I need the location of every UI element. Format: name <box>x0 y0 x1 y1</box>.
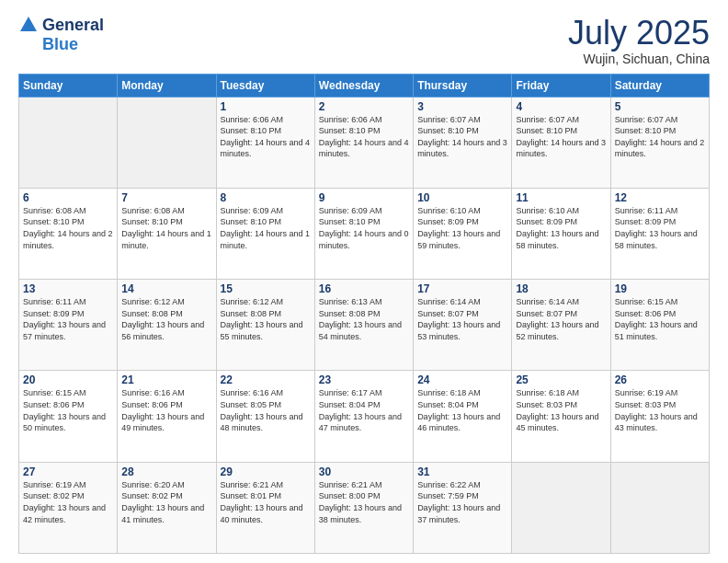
day-number: 25 <box>516 373 606 386</box>
calendar: Sunday Monday Tuesday Wednesday Thursday… <box>18 74 710 554</box>
day-info: Sunrise: 6:09 AMSunset: 8:10 PMDaylight:… <box>221 205 311 251</box>
calendar-cell: 14Sunrise: 6:12 AMSunset: 8:08 PMDayligh… <box>118 280 216 371</box>
day-info: Sunrise: 6:11 AMSunset: 8:09 PMDaylight:… <box>615 205 705 251</box>
day-number: 27 <box>23 465 113 478</box>
calendar-cell: 11Sunrise: 6:10 AMSunset: 8:09 PMDayligh… <box>512 188 610 279</box>
calendar-cell: 23Sunrise: 6:17 AMSunset: 8:04 PMDayligh… <box>314 371 413 462</box>
logo: General Blue <box>18 15 104 54</box>
day-info: Sunrise: 6:10 AMSunset: 8:09 PMDaylight:… <box>516 205 606 251</box>
month-title: July 2025 <box>568 15 710 52</box>
col-sunday: Sunday <box>19 74 118 97</box>
day-info: Sunrise: 6:16 AMSunset: 8:06 PMDaylight:… <box>121 387 211 433</box>
day-number: 8 <box>221 191 311 204</box>
day-number: 14 <box>121 282 211 295</box>
calendar-cell: 13Sunrise: 6:11 AMSunset: 8:09 PMDayligh… <box>19 280 118 371</box>
calendar-cell: 30Sunrise: 6:21 AMSunset: 8:00 PMDayligh… <box>314 462 413 553</box>
day-info: Sunrise: 6:08 AMSunset: 8:10 PMDaylight:… <box>121 205 211 251</box>
day-number: 28 <box>121 465 211 478</box>
calendar-week-2: 13Sunrise: 6:11 AMSunset: 8:09 PMDayligh… <box>19 280 710 371</box>
calendar-header-row: Sunday Monday Tuesday Wednesday Thursday… <box>19 74 710 97</box>
calendar-week-4: 27Sunrise: 6:19 AMSunset: 8:02 PMDayligh… <box>19 462 710 553</box>
page: General Blue July 2025 Wujin, Sichuan, C… <box>0 0 728 563</box>
calendar-cell <box>118 97 216 188</box>
day-number: 30 <box>319 465 409 478</box>
day-info: Sunrise: 6:17 AMSunset: 8:04 PMDaylight:… <box>319 387 409 433</box>
col-tuesday: Tuesday <box>216 74 314 97</box>
day-info: Sunrise: 6:16 AMSunset: 8:05 PMDaylight:… <box>221 387 311 433</box>
day-info: Sunrise: 6:11 AMSunset: 8:09 PMDaylight:… <box>23 296 113 342</box>
day-number: 18 <box>516 282 606 295</box>
calendar-cell <box>19 97 118 188</box>
calendar-cell: 31Sunrise: 6:22 AMSunset: 7:59 PMDayligh… <box>414 462 512 553</box>
calendar-cell: 5Sunrise: 6:07 AMSunset: 8:10 PMDaylight… <box>610 97 709 188</box>
day-info: Sunrise: 6:07 AMSunset: 8:10 PMDaylight:… <box>516 114 606 160</box>
day-number: 20 <box>23 373 113 386</box>
day-info: Sunrise: 6:15 AMSunset: 8:06 PMDaylight:… <box>23 387 113 433</box>
calendar-cell: 22Sunrise: 6:16 AMSunset: 8:05 PMDayligh… <box>216 371 314 462</box>
calendar-cell <box>512 462 610 553</box>
calendar-cell: 7Sunrise: 6:08 AMSunset: 8:10 PMDaylight… <box>118 188 216 279</box>
day-info: Sunrise: 6:13 AMSunset: 8:08 PMDaylight:… <box>319 296 409 342</box>
calendar-cell: 10Sunrise: 6:10 AMSunset: 8:09 PMDayligh… <box>414 188 512 279</box>
day-number: 3 <box>417 100 507 113</box>
day-number: 23 <box>319 373 409 386</box>
day-info: Sunrise: 6:21 AMSunset: 8:01 PMDaylight:… <box>221 479 311 525</box>
calendar-cell: 28Sunrise: 6:20 AMSunset: 8:02 PMDayligh… <box>118 462 216 553</box>
day-number: 31 <box>417 465 507 478</box>
calendar-cell: 19Sunrise: 6:15 AMSunset: 8:06 PMDayligh… <box>610 280 709 371</box>
day-number: 6 <box>23 191 113 204</box>
day-info: Sunrise: 6:19 AMSunset: 8:02 PMDaylight:… <box>23 479 113 525</box>
day-info: Sunrise: 6:12 AMSunset: 8:08 PMDaylight:… <box>121 296 211 342</box>
calendar-cell: 26Sunrise: 6:19 AMSunset: 8:03 PMDayligh… <box>610 371 709 462</box>
day-info: Sunrise: 6:22 AMSunset: 7:59 PMDaylight:… <box>417 479 507 525</box>
day-info: Sunrise: 6:14 AMSunset: 8:07 PMDaylight:… <box>417 296 507 342</box>
logo-general: General <box>42 16 104 35</box>
calendar-cell: 20Sunrise: 6:15 AMSunset: 8:06 PMDayligh… <box>19 371 118 462</box>
col-monday: Monday <box>118 74 216 97</box>
calendar-cell: 4Sunrise: 6:07 AMSunset: 8:10 PMDaylight… <box>512 97 610 188</box>
day-number: 29 <box>221 465 311 478</box>
day-number: 21 <box>121 373 211 386</box>
day-info: Sunrise: 6:18 AMSunset: 8:04 PMDaylight:… <box>417 387 507 433</box>
calendar-cell: 25Sunrise: 6:18 AMSunset: 8:03 PMDayligh… <box>512 371 610 462</box>
calendar-cell: 9Sunrise: 6:09 AMSunset: 8:10 PMDaylight… <box>314 188 413 279</box>
calendar-cell <box>610 462 709 553</box>
calendar-cell: 16Sunrise: 6:13 AMSunset: 8:08 PMDayligh… <box>314 280 413 371</box>
calendar-cell: 2Sunrise: 6:06 AMSunset: 8:10 PMDaylight… <box>314 97 413 188</box>
calendar-cell: 1Sunrise: 6:06 AMSunset: 8:10 PMDaylight… <box>216 97 314 188</box>
day-number: 5 <box>615 100 705 113</box>
day-number: 24 <box>417 373 507 386</box>
header: General Blue July 2025 Wujin, Sichuan, C… <box>18 15 710 66</box>
calendar-cell: 6Sunrise: 6:08 AMSunset: 8:10 PMDaylight… <box>19 188 118 279</box>
day-number: 10 <box>417 191 507 204</box>
calendar-cell: 3Sunrise: 6:07 AMSunset: 8:10 PMDaylight… <box>414 97 512 188</box>
day-info: Sunrise: 6:06 AMSunset: 8:10 PMDaylight:… <box>221 114 311 160</box>
day-number: 12 <box>615 191 705 204</box>
day-info: Sunrise: 6:07 AMSunset: 8:10 PMDaylight:… <box>417 114 507 160</box>
calendar-cell: 17Sunrise: 6:14 AMSunset: 8:07 PMDayligh… <box>414 280 512 371</box>
day-info: Sunrise: 6:18 AMSunset: 8:03 PMDaylight:… <box>516 387 606 433</box>
svg-marker-0 <box>20 17 37 31</box>
calendar-cell: 27Sunrise: 6:19 AMSunset: 8:02 PMDayligh… <box>19 462 118 553</box>
day-info: Sunrise: 6:07 AMSunset: 8:10 PMDaylight:… <box>615 114 705 160</box>
day-info: Sunrise: 6:21 AMSunset: 8:00 PMDaylight:… <box>319 479 409 525</box>
calendar-cell: 21Sunrise: 6:16 AMSunset: 8:06 PMDayligh… <box>118 371 216 462</box>
day-number: 1 <box>221 100 311 113</box>
day-info: Sunrise: 6:12 AMSunset: 8:08 PMDaylight:… <box>221 296 311 342</box>
calendar-cell: 12Sunrise: 6:11 AMSunset: 8:09 PMDayligh… <box>610 188 709 279</box>
calendar-cell: 18Sunrise: 6:14 AMSunset: 8:07 PMDayligh… <box>512 280 610 371</box>
day-info: Sunrise: 6:20 AMSunset: 8:02 PMDaylight:… <box>121 479 211 525</box>
day-number: 13 <box>23 282 113 295</box>
col-thursday: Thursday <box>414 74 512 97</box>
calendar-cell: 24Sunrise: 6:18 AMSunset: 8:04 PMDayligh… <box>414 371 512 462</box>
day-info: Sunrise: 6:08 AMSunset: 8:10 PMDaylight:… <box>23 205 113 251</box>
day-number: 9 <box>319 191 409 204</box>
day-info: Sunrise: 6:15 AMSunset: 8:06 PMDaylight:… <box>615 296 705 342</box>
title-area: July 2025 Wujin, Sichuan, China <box>568 15 710 66</box>
location: Wujin, Sichuan, China <box>568 52 710 66</box>
logo-icon <box>18 15 39 35</box>
day-info: Sunrise: 6:09 AMSunset: 8:10 PMDaylight:… <box>319 205 409 251</box>
calendar-week-0: 1Sunrise: 6:06 AMSunset: 8:10 PMDaylight… <box>19 97 710 188</box>
col-saturday: Saturday <box>610 74 709 97</box>
calendar-cell: 29Sunrise: 6:21 AMSunset: 8:01 PMDayligh… <box>216 462 314 553</box>
